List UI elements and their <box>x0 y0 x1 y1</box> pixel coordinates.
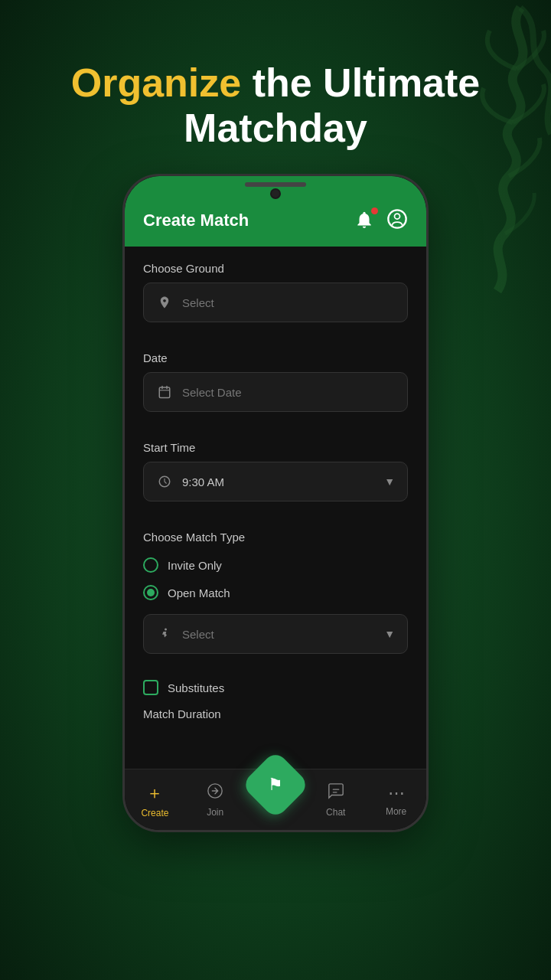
headline-organize: Organize <box>71 60 242 105</box>
profile-icon <box>386 208 408 230</box>
match-duration-section: Match Duration <box>125 695 426 720</box>
svg-rect-2 <box>159 387 170 398</box>
date-field[interactable]: Select Date <box>143 372 408 412</box>
more-label: More <box>386 806 406 817</box>
choose-ground-label: Choose Ground <box>143 262 408 275</box>
invite-only-option[interactable]: Invite Only <box>143 551 408 579</box>
chat-icon <box>328 782 344 804</box>
header-icons <box>354 208 408 233</box>
invite-only-radio[interactable] <box>143 557 158 573</box>
open-match-label: Open Match <box>168 586 230 599</box>
invite-only-label: Invite Only <box>168 559 222 572</box>
phone-mockup: Create Match <box>122 174 429 832</box>
date-label: Date <box>143 351 408 364</box>
open-match-option[interactable]: Open Match <box>143 579 408 606</box>
start-time-field[interactable]: 9:30 AM ▼ <box>143 462 408 501</box>
chevron-down-icon: ▼ <box>384 475 395 488</box>
match-type-label: Choose Match Type <box>143 531 408 544</box>
match-type-placeholder: Select <box>182 628 375 641</box>
calendar-icon <box>156 384 173 400</box>
more-icon: ⋯ <box>388 783 405 803</box>
profile-button[interactable] <box>386 208 408 233</box>
choose-ground-section: Choose Ground Select <box>125 247 426 322</box>
date-section: Date Select Date <box>125 336 426 412</box>
phone-top-bar <box>245 182 306 187</box>
nav-join[interactable]: Join <box>185 782 246 818</box>
nav-create[interactable]: ＋ Create <box>125 782 185 818</box>
nav-fab[interactable]: ⚑ <box>246 776 306 809</box>
app-header-title: Create Match <box>143 211 249 230</box>
create-icon: ＋ <box>146 782 163 805</box>
choose-ground-placeholder: Select <box>182 296 395 309</box>
join-label: Join <box>207 807 223 818</box>
headline-line1: Organize the Ultimate <box>71 61 481 105</box>
content-scroll: Choose Ground Select Date <box>125 247 426 830</box>
nav-chat[interactable]: Chat <box>305 782 366 818</box>
phone-inner: Create Match <box>125 176 426 830</box>
start-time-value: 9:30 AM <box>182 475 375 488</box>
headline-line2: Matchday <box>71 105 481 151</box>
substitutes-label: Substitutes <box>168 681 224 694</box>
clock-icon <box>156 473 173 490</box>
svg-point-4 <box>165 629 167 631</box>
headline-container: Organize the Ultimate Matchday <box>71 61 481 151</box>
substitutes-row[interactable]: Substitutes <box>125 668 426 695</box>
person-run-icon <box>156 626 173 642</box>
bell-badge <box>371 207 378 214</box>
substitutes-checkbox[interactable] <box>143 680 158 695</box>
phone-screen: Create Match <box>125 176 426 830</box>
match-duration-label: Match Duration <box>143 707 221 720</box>
chat-label: Chat <box>326 807 345 818</box>
radio-selected-indicator <box>147 589 155 596</box>
bottom-nav: ＋ Create Join ⚑ <box>125 769 426 830</box>
headline-rest: the Ultimate <box>241 60 480 105</box>
svg-point-1 <box>395 214 400 219</box>
location-icon <box>156 294 173 311</box>
match-type-section: Choose Match Type Invite Only Open Ma <box>125 515 426 654</box>
date-placeholder: Select Date <box>182 386 395 399</box>
nav-more[interactable]: ⋯ More <box>366 783 426 817</box>
create-label: Create <box>141 808 168 818</box>
bell-button[interactable] <box>354 210 376 231</box>
start-time-label: Start Time <box>143 441 408 454</box>
open-match-radio[interactable] <box>143 585 158 600</box>
start-time-section: Start Time 9:30 AM ▼ <box>125 426 426 501</box>
fab-icon: ⚑ <box>268 775 283 795</box>
match-type-select[interactable]: Select ▼ <box>143 614 408 654</box>
match-type-chevron: ▼ <box>384 628 395 640</box>
join-icon <box>207 782 223 804</box>
phone-camera <box>270 188 281 199</box>
choose-ground-field[interactable]: Select <box>143 283 408 322</box>
